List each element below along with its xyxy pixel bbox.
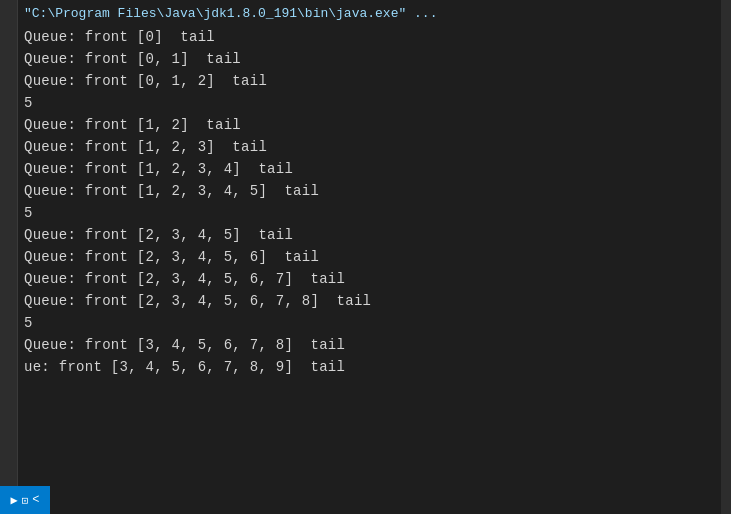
- output-line-5: Queue: front [1, 2] tail: [24, 115, 725, 136]
- output-line-12: Queue: front [2, 3, 4, 5, 6, 7] tail: [24, 269, 725, 290]
- content-area: "C:\Program Files\Java\jdk1.8.0_191\bin\…: [18, 0, 731, 514]
- play-icon[interactable]: ▶: [10, 493, 17, 508]
- output-line-13: Queue: front [2, 3, 4, 5, 6, 7, 8] tail: [24, 291, 725, 312]
- output-line-16: ue: front [3, 4, 5, 6, 7, 8, 9] tail: [24, 357, 725, 378]
- scroll-indicator[interactable]: [721, 0, 731, 514]
- terminal-icon: ⊡: [22, 494, 29, 507]
- output-line-11: Queue: front [2, 3, 4, 5, 6] tail: [24, 247, 725, 268]
- output-line-15: Queue: front [3, 4, 5, 6, 7, 8] tail: [24, 335, 725, 356]
- gutter-marker-7: [4, 88, 14, 98]
- title-bar: "C:\Program Files\Java\jdk1.8.0_191\bin\…: [24, 2, 725, 27]
- output-line-3: Queue: front [0, 1, 2] tail: [24, 71, 725, 92]
- output-line-7: Queue: front [1, 2, 3, 4] tail: [24, 159, 725, 180]
- bottom-bar: ▶ ⊡ <: [0, 486, 50, 514]
- output-line-4: 5: [24, 93, 725, 114]
- output-line-8: Queue: front [1, 2, 3, 4, 5] tail: [24, 181, 725, 202]
- output-line-1: Queue: front [0] tail: [24, 27, 725, 48]
- terminal-window: "C:\Program Files\Java\jdk1.8.0_191\bin\…: [0, 0, 731, 514]
- output-line-9: 5: [24, 203, 725, 224]
- output-line-2: Queue: front [0, 1] tail: [24, 49, 725, 70]
- output-line-10: Queue: front [2, 3, 4, 5] tail: [24, 225, 725, 246]
- output-lines: Queue: front [0] tail Queue: front [0, 1…: [24, 27, 725, 378]
- gutter-marker-2: [4, 18, 14, 28]
- gutter-marker-5: [4, 60, 14, 70]
- chevron-icon[interactable]: <: [32, 493, 39, 507]
- gutter-marker-4: [4, 46, 14, 56]
- output-line-14: 5: [24, 313, 725, 334]
- gutter-marker-1: [4, 4, 14, 14]
- gutter-marker-6: [4, 74, 14, 84]
- gutter-marker-3: [4, 32, 14, 42]
- left-gutter: [0, 0, 18, 514]
- output-line-6: Queue: front [1, 2, 3] tail: [24, 137, 725, 158]
